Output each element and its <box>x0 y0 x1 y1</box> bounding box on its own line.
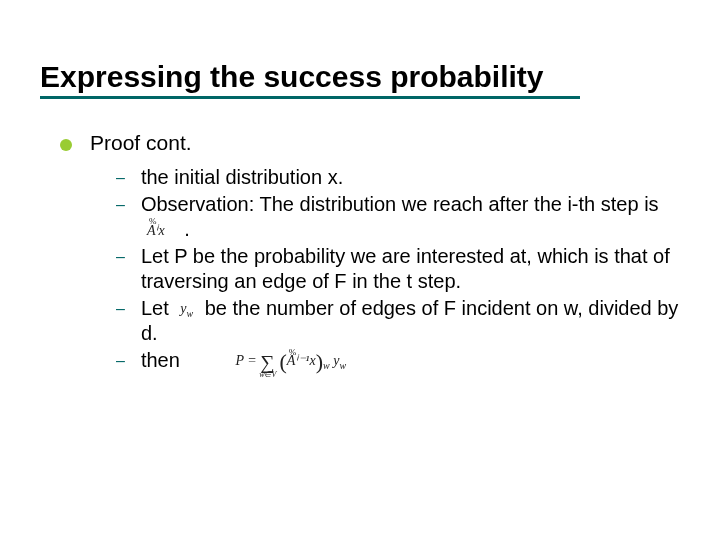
list-item: – Let P be the probability we are intere… <box>116 244 680 294</box>
list-item: – the initial distribution x. <box>116 165 680 190</box>
level1-text: Proof cont. <box>90 131 192 155</box>
formula-Aix: % Aⁱx <box>147 222 165 240</box>
list-item: – Observation: The distribution we reach… <box>116 192 680 242</box>
dash-icon: – <box>116 195 125 215</box>
formula-yw: yw <box>180 300 193 320</box>
content-area: Proof cont. – the initial distribution x… <box>0 105 720 373</box>
formula-equation: P = ∑ w∈V (%Aⁱ⁻¹x)w yw <box>235 351 346 373</box>
dash-icon: – <box>116 247 125 267</box>
dash-icon: – <box>116 351 125 371</box>
item-text: the initial distribution x. <box>141 165 680 190</box>
list-item: Proof cont. <box>60 131 680 155</box>
item-text: Observation: The distribution we reach a… <box>141 192 680 242</box>
slide-title: Expressing the success probability <box>40 60 680 94</box>
list-item: – Let yw be the number of edges of F inc… <box>116 296 680 346</box>
dash-icon: – <box>116 168 125 188</box>
list-item: – then P = ∑ w∈V (%Aⁱ⁻¹x)w yw <box>116 348 680 373</box>
dash-icon: – <box>116 299 125 319</box>
title-underline <box>40 96 580 99</box>
item-text: Let yw be the number of edges of F incid… <box>141 296 680 346</box>
item-text: then P = ∑ w∈V (%Aⁱ⁻¹x)w yw <box>141 348 680 373</box>
item-text: Let P be the probability we are interest… <box>141 244 680 294</box>
bullet-disc-icon <box>60 139 72 151</box>
